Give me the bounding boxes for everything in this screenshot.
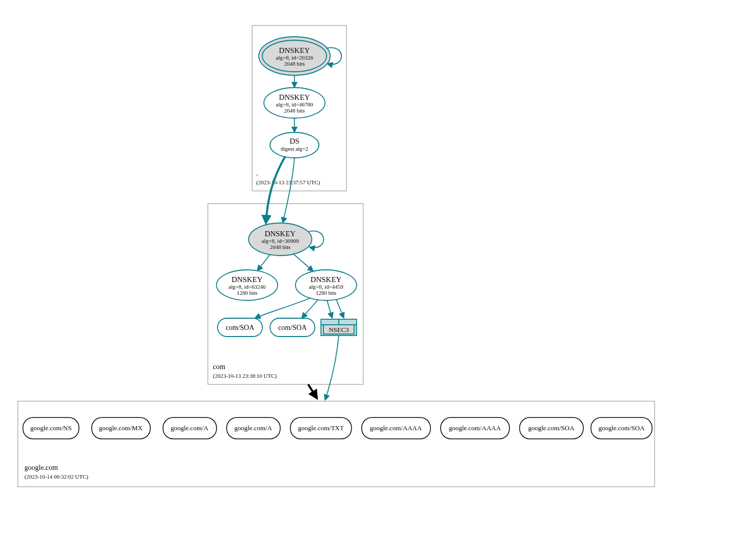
svg-text:google.com/AAAA: google.com/AAAA — [370, 424, 422, 432]
svg-text:2048 bits: 2048 bits — [270, 244, 291, 250]
node-com-soa2: com/SOA — [270, 318, 315, 337]
svg-text:2048 bits: 2048 bits — [284, 107, 305, 114]
svg-text:DNSKEY: DNSKEY — [279, 46, 310, 54]
node-com-zsk2: DNSKEY alg=8, id=4459 1280 bits — [295, 270, 357, 300]
svg-text:alg=8, id=20326: alg=8, id=20326 — [276, 54, 313, 61]
svg-text:DS: DS — [289, 137, 299, 145]
rr-node: google.com/MX — [92, 417, 150, 439]
svg-text:alg=8, id=46780: alg=8, id=46780 — [276, 101, 313, 107]
edge-com-google-insecure — [308, 384, 317, 398]
node-root-zsk: DNSKEY alg=8, id=46780 2048 bits — [264, 88, 325, 118]
svg-text:alg=8, id=63246: alg=8, id=63246 — [229, 284, 266, 290]
edge-zsk2-nsec3a — [327, 300, 332, 318]
rr-node: google.com/A — [227, 417, 280, 439]
svg-text:alg=8, id=4459: alg=8, id=4459 — [309, 284, 343, 290]
edge-nsec3-google — [325, 336, 339, 400]
svg-text:com/SOA: com/SOA — [278, 324, 307, 331]
svg-text:DNSKEY: DNSKEY — [311, 275, 342, 284]
rr-node: google.com/AAAA — [441, 417, 509, 439]
node-nsec3: NSEC3 — [321, 319, 357, 336]
zone-com-label: com — [213, 363, 225, 371]
rr-node: google.com/SOA — [591, 417, 652, 439]
svg-text:google.com/TXT: google.com/TXT — [298, 424, 344, 432]
svg-text:google.com/SOA: google.com/SOA — [599, 424, 645, 432]
zone-com-time: (2023-10-13 23:38:10 UTC) — [213, 373, 277, 379]
edge-zsk2-nsec3b — [336, 299, 344, 318]
rr-node: google.com/NS — [23, 417, 79, 439]
rr-node: google.com/TXT — [290, 417, 352, 439]
edge-root-com-bold — [266, 156, 285, 223]
edge-com-ksk-zsk1 — [257, 255, 270, 271]
svg-text:com/SOA: com/SOA — [226, 324, 255, 331]
node-com-soa1: com/SOA — [218, 318, 262, 337]
zone-root-label: . — [256, 170, 258, 177]
zone-google-label: google.com — [24, 464, 58, 471]
edge-com-ksk-zsk2 — [293, 254, 313, 271]
svg-text:google.com/A: google.com/A — [171, 424, 209, 432]
edge-zsk2-soa2 — [302, 299, 318, 318]
node-com-zsk1: DNSKEY alg=8, id=63246 1280 bits — [217, 270, 278, 300]
svg-text:alg=8, id=30909: alg=8, id=30909 — [262, 238, 299, 244]
node-root-ksk: DNSKEY alg=8, id=20326 2048 bits — [259, 37, 330, 75]
svg-text:DNSKEY: DNSKEY — [279, 93, 310, 101]
svg-text:DNSKEY: DNSKEY — [232, 275, 263, 284]
svg-text:1280 bits: 1280 bits — [237, 290, 258, 296]
rr-node: google.com/A — [163, 417, 217, 439]
svg-text:DNSKEY: DNSKEY — [265, 230, 296, 238]
dnssec-diagram: . (2023-10-13 23:37:57 UTC) DNSKEY alg=8… — [10, 10, 662, 489]
svg-point-9 — [270, 132, 319, 158]
svg-text:google.com/SOA: google.com/SOA — [528, 424, 575, 432]
svg-text:google.com/NS: google.com/NS — [30, 424, 71, 432]
zone-root-time: (2023-10-13 23:37:57 UTC) — [256, 179, 320, 186]
svg-text:google.com/MX: google.com/MX — [99, 424, 143, 432]
svg-text:NSEC3: NSEC3 — [329, 326, 349, 333]
svg-text:google.com/AAAA: google.com/AAAA — [449, 424, 501, 432]
svg-text:1280 bits: 1280 bits — [316, 290, 337, 296]
svg-text:digest alg=2: digest alg=2 — [281, 146, 308, 152]
zone-google-time: (2023-10-14 00:32:02 UTC) — [24, 474, 89, 480]
rr-node: google.com/SOA — [520, 417, 583, 439]
svg-text:google.com/A: google.com/A — [234, 424, 273, 432]
edge-zsk2-soa1 — [255, 298, 311, 318]
zone-google-box — [18, 401, 655, 487]
node-root-ds: DS digest alg=2 — [270, 132, 319, 158]
svg-text:2048 bits: 2048 bits — [284, 61, 305, 67]
node-com-ksk: DNSKEY alg=8, id=30909 2048 bits — [249, 223, 312, 256]
edge-root-ds-com — [283, 158, 294, 223]
rr-node: google.com/AAAA — [362, 417, 430, 439]
